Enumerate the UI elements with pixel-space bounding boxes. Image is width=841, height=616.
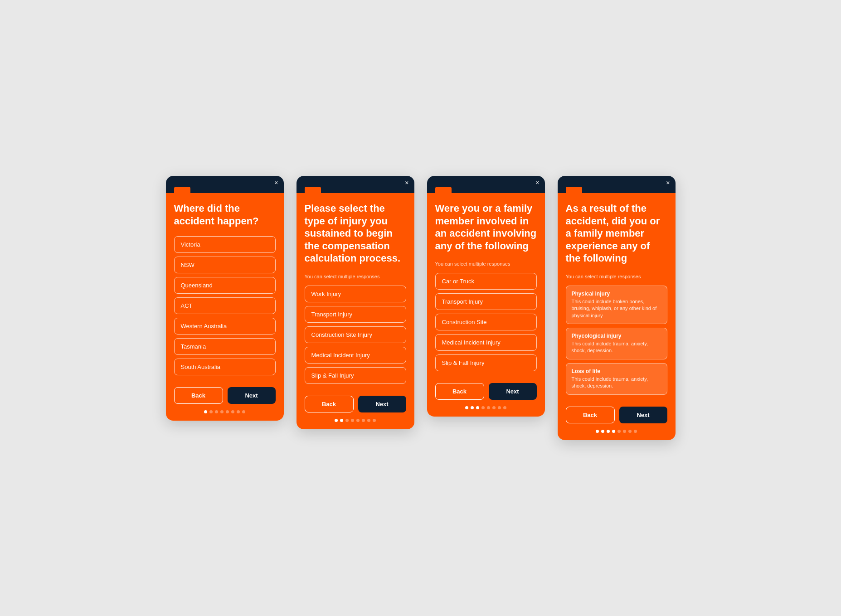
screen-2-btn-row: Back Next <box>305 396 406 412</box>
dot-2-4 <box>351 419 354 422</box>
back-button-1[interactable]: Back <box>174 387 223 404</box>
next-button-3[interactable]: Next <box>489 383 537 400</box>
screen-4-title: As a result of the accident, did you or … <box>566 202 667 265</box>
card-psych-title: Phycological injury <box>572 333 661 339</box>
option-medical-incident-3[interactable]: Medical Incident Injury <box>435 334 537 351</box>
screen-1-btn-row: Back Next <box>174 387 276 404</box>
screen-2-body: Please select the type of injury you sus… <box>297 193 414 429</box>
screen-1-header: × <box>166 176 284 193</box>
screen-3-hint: You can select multiple responses <box>435 261 537 267</box>
option-victoria[interactable]: Victoria <box>174 236 276 253</box>
dot-2-8 <box>373 419 376 422</box>
card-loss-title: Loss of life <box>572 368 661 374</box>
close-button-3[interactable]: × <box>535 179 539 186</box>
dot-4-7 <box>628 430 632 433</box>
dot-2-5 <box>356 419 360 422</box>
dot-1-3 <box>215 410 218 413</box>
option-car-truck[interactable]: Car or Truck <box>435 273 537 290</box>
option-construction-site-injury[interactable]: Construction Site Injury <box>305 326 406 343</box>
dot-4-5 <box>617 430 621 433</box>
dot-3-3 <box>476 406 479 409</box>
dot-1-4 <box>220 410 224 413</box>
card-psychological-injury[interactable]: Phycological injury This could include t… <box>566 328 667 359</box>
close-button-2[interactable]: × <box>405 179 408 186</box>
screen-4-btn-row: Back Next <box>566 407 667 423</box>
dot-2-1 <box>335 419 338 422</box>
back-button-2[interactable]: Back <box>305 396 354 412</box>
option-south-australia[interactable]: South Australia <box>174 359 276 375</box>
screen-4-hint: You can select multiple responses <box>566 274 667 279</box>
screen-3-title: Were you or a family member involved in … <box>435 202 537 252</box>
dot-4-6 <box>623 430 626 433</box>
option-queensland[interactable]: Queensland <box>174 277 276 294</box>
card-physical-title: Physical injury <box>572 291 661 297</box>
option-western-australia[interactable]: Western Australia <box>174 318 276 335</box>
card-physical-desc: This could include broken bones, bruisin… <box>572 298 661 319</box>
screen-2-hint: You can select multiple responses <box>305 274 406 279</box>
screen-3-tab <box>435 187 452 193</box>
screen-3-body: Were you or a family member involved in … <box>427 193 545 417</box>
next-button-1[interactable]: Next <box>228 387 276 404</box>
option-slip-fall-3[interactable]: Slip & Fall Injury <box>435 354 537 371</box>
option-construction-site-3[interactable]: Construction Site <box>435 314 537 330</box>
screen-4-body: As a result of the accident, did you or … <box>558 193 676 440</box>
next-button-4[interactable]: Next <box>619 407 667 423</box>
card-physical-injury[interactable]: Physical injury This could include broke… <box>566 286 667 324</box>
option-slip-fall-injury[interactable]: Slip & Fall Injury <box>305 367 406 384</box>
dot-2-6 <box>362 419 365 422</box>
dot-3-2 <box>471 406 474 409</box>
close-button-4[interactable]: × <box>666 179 670 186</box>
screen-1-progress <box>174 410 276 413</box>
dot-3-5 <box>487 406 490 409</box>
screen-4-tab <box>566 187 582 193</box>
option-work-injury[interactable]: Work Injury <box>305 286 406 302</box>
screen-1-title: Where did the accident happen? <box>174 202 276 227</box>
screen-3-btn-row: Back Next <box>435 383 537 400</box>
back-button-3[interactable]: Back <box>435 383 484 400</box>
dot-1-8 <box>242 410 245 413</box>
dot-3-7 <box>498 406 501 409</box>
screen-3-progress <box>435 406 537 409</box>
dot-2-3 <box>345 419 349 422</box>
dot-1-7 <box>237 410 240 413</box>
screen-1-tab <box>174 187 190 193</box>
screen-2-header: × <box>297 176 414 193</box>
dot-4-8 <box>634 430 637 433</box>
screen-4-header: × <box>558 176 676 193</box>
next-button-2[interactable]: Next <box>358 396 406 412</box>
screen-3-header: × <box>427 176 545 193</box>
dot-4-1 <box>596 430 599 433</box>
dot-3-4 <box>481 406 485 409</box>
dot-3-1 <box>465 406 468 409</box>
option-transport-injury[interactable]: Transport Injury <box>305 306 406 323</box>
option-transport-injury-3[interactable]: Transport Injury <box>435 293 537 310</box>
screen-2-tab <box>305 187 321 193</box>
screens-container: × Where did the accident happen? Victori… <box>166 176 676 440</box>
dot-2-7 <box>367 419 370 422</box>
option-nsw[interactable]: NSW <box>174 257 276 273</box>
close-button-1[interactable]: × <box>274 179 278 186</box>
option-act[interactable]: ACT <box>174 297 276 314</box>
card-psych-desc: This could include trauma, anxiety, shoc… <box>572 340 661 354</box>
option-medical-incident-injury[interactable]: Medical Incident Injury <box>305 347 406 364</box>
option-tasmania[interactable]: Tasmania <box>174 338 276 355</box>
dot-4-4 <box>612 430 615 433</box>
dot-4-3 <box>607 430 610 433</box>
dot-1-2 <box>209 410 213 413</box>
dot-1-5 <box>226 410 229 413</box>
card-loss-desc: This could include trauma, anxiety, shoc… <box>572 376 661 390</box>
screen-4-progress <box>566 430 667 433</box>
dot-1-1 <box>204 410 207 413</box>
dot-3-6 <box>492 406 496 409</box>
dot-2-2 <box>340 419 343 422</box>
dot-3-8 <box>503 406 506 409</box>
screen-1-body: Where did the accident happen? Victoria … <box>166 193 284 421</box>
dot-1-6 <box>231 410 234 413</box>
screen-4: × As a result of the accident, did you o… <box>558 176 676 440</box>
back-button-4[interactable]: Back <box>566 407 615 423</box>
screen-2-progress <box>305 419 406 422</box>
screen-2-title: Please select the type of injury you sus… <box>305 202 406 265</box>
dot-4-2 <box>601 430 604 433</box>
card-loss-of-life[interactable]: Loss of life This could include trauma, … <box>566 363 667 395</box>
screen-1: × Where did the accident happen? Victori… <box>166 176 284 421</box>
